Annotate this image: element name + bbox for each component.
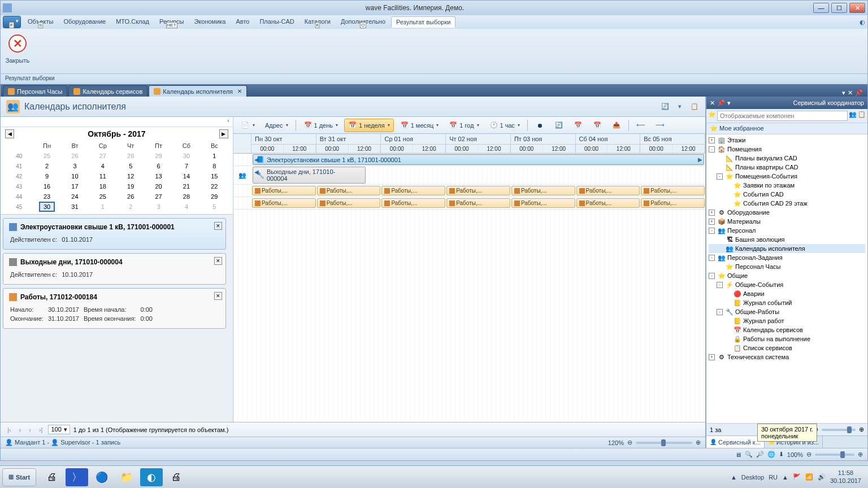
page-size-select[interactable]: 100▾ [48,425,70,434]
cal-day[interactable]: 1 [201,151,228,161]
refresh-icon[interactable]: 🔄 [660,102,670,112]
cal-day[interactable]: 29 [201,191,228,202]
tree-node[interactable]: 🏗Башня эволюция [709,235,865,244]
nav-prev-icon[interactable]: ⟵ [632,119,649,132]
side-tab[interactable]: 👤 Сервисный к... [706,436,765,448]
timeline-task[interactable]: Работы,... [576,198,640,208]
cal-day[interactable]: 20 [145,181,172,191]
status-icon[interactable]: ⬇ [779,451,784,458]
cal-day[interactable]: 1 [89,202,116,212]
desktop-label[interactable]: Desktop [741,474,764,481]
side-zoom-slider[interactable] [822,429,856,431]
menu-item[interactable]: РесурсыНЕТ [155,16,188,28]
view-month-button[interactable]: 📅1 месяц▾ [396,119,443,132]
cal-day[interactable]: 29 [145,151,172,161]
card-close-icon[interactable]: ✕ [214,292,222,300]
timeline-task[interactable]: Работы,... [641,186,705,195]
tree-node[interactable]: 📐Планы квартиры CAD [709,163,865,172]
cal-day[interactable]: 5 [201,202,228,212]
cal-day[interactable]: 4 [89,161,116,171]
status-icon[interactable]: 🖥 [735,451,741,458]
document-tab[interactable]: Календарь исполнителя✕ [149,85,247,97]
menu-item[interactable]: Планы-CAD [255,16,298,28]
tree-node[interactable]: 📋Список сервисов [709,343,865,352]
pager-prev-button[interactable]: ‹ [17,426,24,433]
timeline-task[interactable]: Работы,... [576,186,640,195]
card-close-icon[interactable]: ✕ [214,257,222,265]
timeline-task[interactable]: Работы,... [252,198,316,208]
cal-day[interactable]: 30 [33,202,60,212]
view-dropdown-icon[interactable]: ▾ [675,102,685,112]
timeline-bar[interactable]: ◀ 🔧 Выходные дни, 171010-000004 [253,167,366,184]
tree-node[interactable]: 📐Планы визуализ CAD [709,154,865,163]
nav-next-icon[interactable]: ⟶ [652,119,669,132]
side-toggle2-icon[interactable]: 📋 [858,111,866,121]
tree-node[interactable]: -🏠Помещения [709,145,865,154]
menu-item[interactable]: ОбъектыS [23,16,58,28]
tool-cal1-icon[interactable]: 📅 [570,119,587,132]
tree-node[interactable]: -⚡Общие-События [709,280,865,289]
timeline-task[interactable]: Работы,... [446,198,510,208]
tray-flag-icon[interactable]: 🚩 [793,473,801,481]
info-card[interactable]: Работы, 171012-000184✕Начало:30.10.2017В… [3,288,226,329]
cal-day[interactable]: 18 [89,181,116,191]
timeline-task[interactable]: Работы,... [641,198,705,208]
tree-node[interactable]: -🔧Общие-Работы [709,307,865,316]
taskbar-powershell-icon[interactable]: 〉 [66,468,88,486]
show-desktop-button[interactable]: ▲ [731,474,737,481]
timeline-task[interactable]: Работы,... [381,198,445,208]
cal-day[interactable]: 10 [61,171,89,181]
taskbar-printer-icon[interactable]: 🖨 [41,468,63,486]
cal-day[interactable]: 28 [172,191,200,202]
cal-day[interactable]: 26 [61,151,89,161]
taskbar-app-icon[interactable]: ◐ [140,468,163,486]
zoom-out-button[interactable]: ⊖ [627,439,632,446]
cal-day[interactable]: 22 [201,181,228,191]
menu-item[interactable]: Авто [231,16,254,28]
tabs-pin-icon[interactable]: 📌 [855,89,863,97]
app-zoom-in[interactable]: ⊕ [858,451,863,458]
side-close-icon[interactable]: ✕ [710,99,715,107]
cal-day[interactable]: 24 [61,191,89,202]
tree-node[interactable]: -👥Персонал [709,226,865,235]
cal-day[interactable]: 9 [33,171,60,181]
cal-day[interactable]: 25 [33,151,60,161]
menu-item[interactable]: Оборудование [59,16,110,28]
view-hour-button[interactable]: 🕐1 час▾ [485,119,524,132]
tree-node[interactable]: -👥Персонал-Задания [709,253,865,262]
side-zoom-in[interactable]: ⊕ [859,426,864,433]
view-day-button[interactable]: 📅1 день▾ [300,119,342,132]
address-button[interactable]: Адрес▾ [261,120,292,131]
cal-day[interactable]: 31 [61,202,89,212]
cal-prev-button[interactable]: ◀ [5,129,14,138]
cal-day[interactable]: 3 [145,202,172,212]
tree-node[interactable]: 📒Журнал событий [709,298,865,307]
cal-next-button[interactable]: ▶ [219,129,228,138]
menu-item[interactable]: МТО.Склад [111,16,154,28]
timeline-task[interactable]: Работы,... [511,186,575,195]
tabs-close-icon[interactable]: ✕ [848,89,853,97]
timeline-task[interactable]: Работы,... [252,186,316,195]
view-settings-icon[interactable]: 📋 [689,102,700,112]
tree-node[interactable]: -⭐Помещения-События [709,172,865,181]
info-card[interactable]: Выходные дни, 171010-000004✕Действителен… [3,253,226,285]
cal-day[interactable]: 23 [33,191,60,202]
cal-day[interactable]: 19 [117,181,145,191]
cal-day[interactable]: 3 [61,161,89,171]
tree-node[interactable]: 📒Журнал работ [709,316,865,325]
tree-node[interactable]: +⚙Оборудование [709,208,865,217]
cal-day[interactable]: 6 [145,161,172,171]
side-favorites-label[interactable]: ⭐ Мое избранное [706,123,867,134]
pager-next-button[interactable]: › [27,426,33,433]
tool-record-icon[interactable]: ⏺ [531,119,548,132]
menu-item[interactable]: ДополнительноO [336,16,390,28]
cal-day[interactable]: 27 [89,151,116,161]
tray-clock[interactable]: 11:5830.10.2017 [830,469,861,484]
tool-refresh-icon[interactable]: 🔄 [550,119,567,132]
cal-day[interactable]: 26 [117,191,145,202]
cal-day[interactable]: 16 [33,181,60,191]
tree-node[interactable]: +🏢Этажи [709,136,865,145]
minimize-button[interactable]: — [813,3,829,13]
view-year-button[interactable]: 📅1 год▾ [445,119,483,132]
document-tab[interactable]: Календарь сервисов [68,85,147,97]
